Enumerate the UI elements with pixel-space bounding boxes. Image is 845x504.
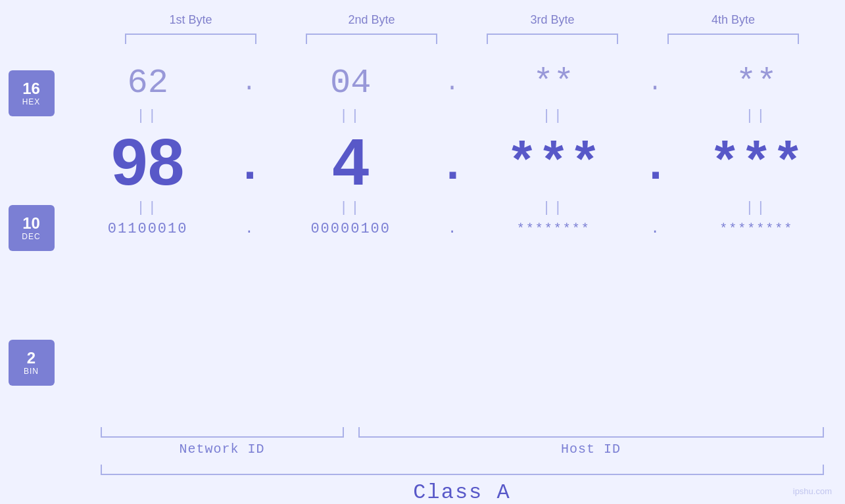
bin-b3: ******** [481,221,626,237]
class-area: Class A [101,465,824,504]
class-bracket [101,465,824,475]
bottom-brackets [101,427,824,438]
bin-badge: 2 BIN [9,340,55,386]
id-label-row: Network ID Host ID [101,442,824,457]
network-id-label: Network ID [101,442,344,457]
hex-b3: ** [481,64,626,103]
badge-column: 16 HEX 10 DEC 2 BIN [9,70,55,422]
bracket-3 [487,34,618,44]
bin-b1: 01100010 [76,221,220,237]
equal-3: || [481,108,626,124]
hex-row: 62 . 04 . ** . ** [68,64,837,103]
equal-8: || [684,200,829,216]
dec-badge: 10 DEC [9,205,55,251]
top-brackets [101,34,824,44]
byte2-label: 2nd Byte [306,13,437,27]
bin-dot2: . [439,221,465,237]
bin-badge-type: BIN [24,367,39,376]
byte-labels-row: 1st Byte 2nd Byte 3rd Byte 4th Byte [101,13,824,27]
dec-dot2: . [439,139,465,195]
equal-row-2: || || || || [68,195,837,221]
equal-4: || [684,108,829,124]
class-label: Class A [101,480,824,504]
bin-row: 01100010 . 00000100 . ******** . [68,221,837,237]
dec-b3: *** [481,135,626,195]
equal-6: || [278,200,423,216]
hex-b1: 62 [76,64,220,103]
byte4-label: 4th Byte [667,13,799,27]
equal-2: || [278,108,423,124]
bin-b4: ******** [684,221,829,237]
bin-b2: 00000100 [278,221,423,237]
bin-dot1: . [236,221,262,237]
bin-dot3: . [642,221,668,237]
hex-dot1: . [236,70,262,97]
equal-7: || [481,200,626,216]
bracket-gap [344,427,358,438]
bracket-2 [306,34,437,44]
equal-1: || [76,108,220,124]
hex-dot2: . [439,70,465,97]
main-content: 16 HEX 10 DEC 2 BIN 62 . [9,57,837,422]
dec-row: 98 . 4 . *** . *** [68,129,837,195]
hex-b2: 04 [278,64,423,103]
dec-dot1: . [236,139,262,195]
dec-b1: 98 [76,129,220,195]
hex-dot3: . [642,70,668,97]
byte3-label: 3rd Byte [487,13,618,27]
dec-badge-num: 10 [22,215,40,232]
dec-dot3: . [642,139,668,195]
bracket-1 [125,34,256,44]
dec-b4: *** [684,135,829,195]
bracket-4 [667,34,799,44]
equal-5: || [76,200,220,216]
values-area: 62 . 04 . ** . ** [68,57,837,240]
hex-badge-type: HEX [22,97,41,106]
hex-b4: ** [684,64,829,103]
network-bracket [101,427,344,438]
dec-badge-type: DEC [22,232,40,241]
dec-b2: 4 [278,129,423,195]
hex-badge-num: 16 [22,80,40,97]
hex-badge: 16 HEX [9,70,55,116]
host-bracket [358,427,824,438]
main-container: 1st Byte 2nd Byte 3rd Byte 4th Byte 16 H… [0,0,845,504]
byte1-label: 1st Byte [125,13,256,27]
host-id-label: Host ID [358,442,824,457]
watermark: ipshu.com [793,486,832,496]
bin-badge-num: 2 [27,350,36,367]
